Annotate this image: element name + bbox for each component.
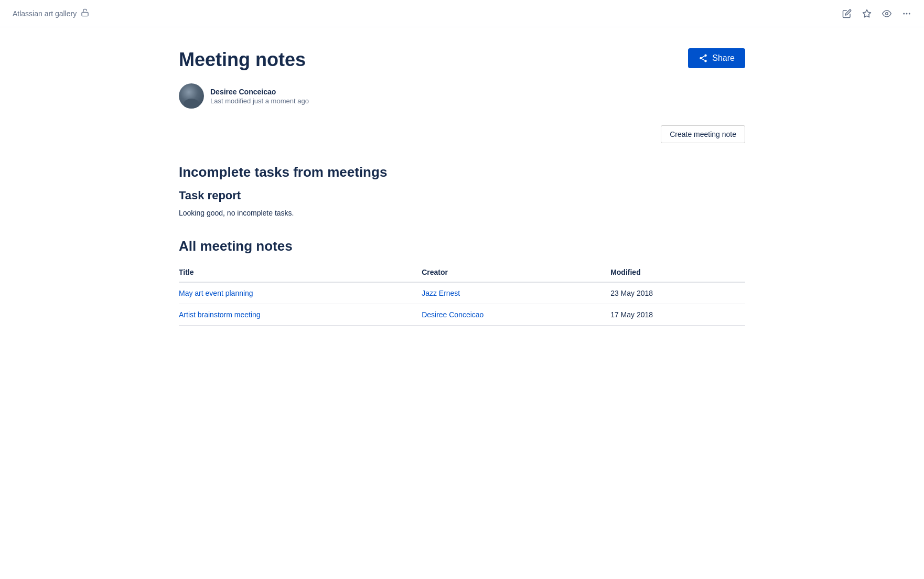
svg-point-6 <box>705 55 707 57</box>
page-header: Meeting notes Share <box>179 48 745 71</box>
svg-point-3 <box>903 13 905 14</box>
author-info: Desiree Conceicao Last modified just a m… <box>210 88 309 105</box>
svg-point-4 <box>906 13 908 14</box>
col-title: Title <box>179 263 422 282</box>
incomplete-tasks-heading: Incomplete tasks from meetings <box>179 164 745 180</box>
meeting-note-creator-link[interactable]: Jazz Ernest <box>422 289 460 297</box>
share-button[interactable]: Share <box>688 48 745 68</box>
table-cell-creator[interactable]: Jazz Ernest <box>422 282 610 304</box>
lock-icon[interactable] <box>81 8 89 18</box>
table-cell-title[interactable]: May art event planning <box>179 282 422 304</box>
author-name: Desiree Conceicao <box>210 88 309 96</box>
svg-line-10 <box>702 56 705 58</box>
col-creator: Creator <box>422 263 610 282</box>
meeting-note-title-link[interactable]: Artist brainstorm meeting <box>179 310 261 319</box>
table-body: May art event planningJazz Ernest23 May … <box>179 282 745 326</box>
svg-line-9 <box>702 59 705 60</box>
topbar: Atlassian art gallery <box>0 0 924 27</box>
all-meeting-notes-heading: All meeting notes <box>179 238 745 254</box>
table-cell-title[interactable]: Artist brainstorm meeting <box>179 304 422 326</box>
page-title: Meeting notes <box>179 48 306 71</box>
meeting-note-creator-link[interactable]: Desiree Conceicao <box>422 310 484 319</box>
create-meeting-note-button[interactable]: Create meeting note <box>661 125 745 143</box>
topbar-right <box>842 9 911 18</box>
col-modified: Modified <box>610 263 745 282</box>
breadcrumb[interactable]: Atlassian art gallery <box>13 9 77 18</box>
topbar-left: Atlassian art gallery <box>13 8 89 18</box>
svg-marker-1 <box>863 9 871 17</box>
task-report-text: Looking good, no incomplete tasks. <box>179 209 745 217</box>
more-icon[interactable] <box>902 9 911 18</box>
table-header: Title Creator Modified <box>179 263 745 282</box>
all-meeting-notes-section: All meeting notes Title Creator Modified… <box>179 238 745 326</box>
table-cell-modified: 23 May 2018 <box>610 282 745 304</box>
svg-point-2 <box>886 12 888 15</box>
svg-rect-0 <box>82 12 88 16</box>
author-modified-text: Last modified just a moment ago <box>210 97 309 105</box>
avatar <box>179 83 204 109</box>
svg-point-7 <box>700 57 703 60</box>
meeting-note-title-link[interactable]: May art event planning <box>179 289 253 297</box>
edit-icon[interactable] <box>842 9 852 18</box>
table-cell-creator[interactable]: Desiree Conceicao <box>422 304 610 326</box>
main-content: Meeting notes Share Desiree Conceicao La… <box>147 27 777 347</box>
table-row: Artist brainstorm meetingDesiree Conceic… <box>179 304 745 326</box>
share-button-label: Share <box>712 53 735 63</box>
create-note-row: Create meeting note <box>179 125 745 143</box>
table-row: May art event planningJazz Ernest23 May … <box>179 282 745 304</box>
task-report-heading: Task report <box>179 189 745 202</box>
meeting-notes-table: Title Creator Modified May art event pla… <box>179 263 745 326</box>
author-row: Desiree Conceicao Last modified just a m… <box>179 83 745 109</box>
star-icon[interactable] <box>862 9 872 18</box>
svg-point-5 <box>909 13 910 14</box>
svg-point-8 <box>705 60 707 62</box>
table-cell-modified: 17 May 2018 <box>610 304 745 326</box>
watch-icon[interactable] <box>882 9 891 18</box>
